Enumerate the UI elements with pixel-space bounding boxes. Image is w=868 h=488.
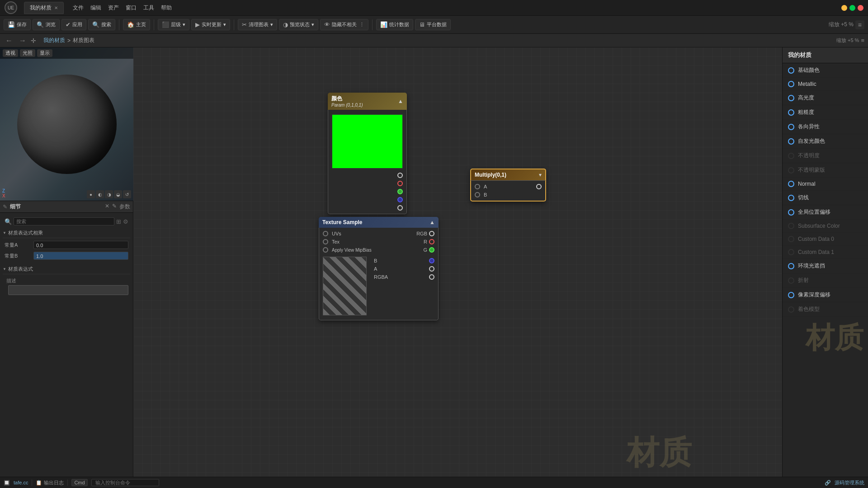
texture-pin-in-mip[interactable] xyxy=(323,247,328,253)
right-panel-toggle[interactable]: ≡ xyxy=(855,20,864,29)
prop-anisotropy[interactable]: 各向异性 xyxy=(783,120,868,134)
log-button[interactable]: 输出日志 xyxy=(44,479,64,486)
prop-normal[interactable]: Normal xyxy=(783,178,868,191)
vp-ctrl-2[interactable]: ◐ xyxy=(96,190,104,198)
multiply-node[interactable]: Multiply(0,1) ▾ A B xyxy=(470,169,546,202)
viewport-mode-lighting[interactable]: 光照 xyxy=(20,49,35,57)
prop-custom1[interactable]: Custom Data 1 xyxy=(783,246,868,259)
color-node[interactable]: 颜色 Param (0,1,0,1) ▲ xyxy=(328,93,407,214)
console-input[interactable] xyxy=(91,479,159,486)
texture-pin-out-g[interactable] xyxy=(429,247,434,253)
prop-custom0[interactable]: Custom Data 0 xyxy=(783,233,868,246)
cleangraph-button[interactable]: ✂ 清理图表 ▾ xyxy=(238,19,277,30)
nav-forward-button[interactable]: → xyxy=(17,37,28,45)
prop-opacity[interactable]: 不透明度 xyxy=(783,149,868,163)
breadcrumb-home[interactable]: 我的材质 xyxy=(43,37,65,44)
details-search-input[interactable] xyxy=(14,217,114,225)
previewstate-button[interactable]: ◑ 预览状态 ▾ xyxy=(279,19,318,30)
platform-button[interactable]: 🖥 平台数据 xyxy=(415,19,451,30)
prop-tangent[interactable]: 切线 xyxy=(783,191,868,205)
vp-ctrl-5[interactable]: ↺ xyxy=(123,190,131,198)
texture-pin-out-rgba[interactable] xyxy=(429,274,434,280)
search-button[interactable]: 🔍 搜索 xyxy=(88,19,115,30)
section-label: 材质表达式相乘 xyxy=(8,230,43,236)
menu-edit[interactable]: 编辑 xyxy=(90,4,101,12)
viewport-mode-perspective[interactable]: 透视 xyxy=(3,49,18,57)
menu-asset[interactable]: 资产 xyxy=(108,4,119,12)
constant-a-slider[interactable]: 0.0 xyxy=(33,241,128,249)
maximize-button[interactable] xyxy=(849,5,855,11)
apply-button[interactable]: ✔ 应用 xyxy=(61,19,86,30)
hideirrelevant-button[interactable]: 👁 隐藏不相关 ⋮ xyxy=(320,19,368,30)
multiply-pin-in-a[interactable] xyxy=(475,184,480,189)
minimize-button[interactable] xyxy=(841,5,847,11)
prop-pixel-depth[interactable]: 像素深度偏移 xyxy=(783,288,868,302)
details-gear-icon[interactable]: ⚙ xyxy=(123,218,128,225)
material-graph-canvas[interactable]: 颜色 Param (0,1,0,1) ▲ xyxy=(133,47,782,488)
material-expression-header[interactable]: ▼ 材质表达式相乘 xyxy=(3,228,130,238)
prop-world-offset[interactable]: 全局位置偏移 xyxy=(783,205,868,220)
prop-specular[interactable]: 高光度 xyxy=(783,91,868,105)
cmd-dropdown[interactable]: Cmd xyxy=(71,479,87,486)
color-pin-row-1 xyxy=(328,179,406,188)
material-tab[interactable]: 我的材质 ✕ xyxy=(24,2,64,14)
search-label: 搜索 xyxy=(101,21,111,28)
prop-opacity-mask[interactable]: 不透明蒙版 xyxy=(783,163,868,178)
vp-ctrl-3[interactable]: ◑ xyxy=(105,190,113,198)
texture-pin-in-tex[interactable] xyxy=(323,239,328,244)
viewport-controls: ● ◐ ◑ ◒ ↺ xyxy=(87,190,131,198)
prop-ao[interactable]: 环境光遮挡 xyxy=(783,259,868,273)
layer-button[interactable]: ⬛ 层级 ▾ xyxy=(158,19,189,30)
texture-node-collapse-button[interactable]: ▲ xyxy=(429,219,435,225)
multiply-pin-in-b[interactable] xyxy=(475,192,480,197)
texture-pin-out-b[interactable] xyxy=(429,258,434,263)
menu-help[interactable]: 帮助 xyxy=(161,4,172,12)
close-button[interactable] xyxy=(858,5,863,11)
color-pin-out-4[interactable] xyxy=(397,205,403,211)
viewport-mode-show[interactable]: 显示 xyxy=(37,49,52,57)
multiply-pin-out-a[interactable] xyxy=(536,184,542,189)
vp-ctrl-1[interactable]: ● xyxy=(87,190,95,198)
color-pin-out-1[interactable] xyxy=(397,181,403,186)
home-button[interactable]: 🏠 主页 xyxy=(123,19,150,30)
prop-base-color[interactable]: 基础颜色 xyxy=(783,63,868,78)
texture-pin-in-uvs[interactable] xyxy=(323,231,328,236)
vp-ctrl-4[interactable]: ◒ xyxy=(114,190,122,198)
texture-pin-tex: Tex R xyxy=(319,238,438,246)
realtime-button[interactable]: ▶ 实时更新 ▾ xyxy=(191,19,230,30)
view-mode-button[interactable]: ✛ xyxy=(31,37,36,44)
save-label: 保存 xyxy=(17,21,27,28)
color-node-collapse-button[interactable]: ▲ xyxy=(398,98,403,104)
color-pin-out-3[interactable] xyxy=(397,197,403,202)
texture-pin-out-rgb[interactable] xyxy=(429,231,434,236)
close-details-button[interactable]: ✕ xyxy=(105,203,109,211)
menu-window[interactable]: 窗口 xyxy=(126,4,137,12)
multiply-node-collapse-button[interactable]: ▾ xyxy=(539,172,542,178)
source-manager-link[interactable]: 源码管理系统 xyxy=(835,479,864,486)
prop-roughness[interactable]: 粗糙度 xyxy=(783,105,868,120)
material-type-label: 材质表达式 xyxy=(8,266,33,272)
search-icon: 🔍 xyxy=(92,21,99,28)
prop-emissive[interactable]: 自发光颜色 xyxy=(783,134,868,149)
color-pin-out-2[interactable] xyxy=(397,189,403,194)
prop-metallic[interactable]: Metallic xyxy=(783,78,868,91)
tab-close-button[interactable]: ✕ xyxy=(54,5,58,10)
browse-button[interactable]: 🔍 浏览 xyxy=(33,19,60,30)
stats-button[interactable]: 📊 统计数据 xyxy=(376,19,413,30)
menu-tools[interactable]: 工具 xyxy=(143,4,154,12)
color-pin-out-0[interactable] xyxy=(397,173,403,178)
details-grid-icon[interactable]: ⊞ xyxy=(116,218,121,225)
menu-file[interactable]: 文件 xyxy=(73,4,84,12)
prop-shading-model[interactable]: 着色模型 xyxy=(783,302,868,317)
texture-pin-out-r[interactable] xyxy=(429,239,434,244)
texture-pin-out-a[interactable] xyxy=(429,266,434,272)
nav-back-button[interactable]: ← xyxy=(4,37,14,45)
prop-refraction[interactable]: 折射 xyxy=(783,273,868,288)
desc-color-box[interactable] xyxy=(8,285,128,295)
material-type-header[interactable]: ▼ 材质表达式 xyxy=(3,264,130,274)
prop-subsurface[interactable]: Subsurface Color xyxy=(783,220,868,233)
sidebar-toggle[interactable]: ≡ xyxy=(861,37,864,44)
save-button[interactable]: 💾 保存 xyxy=(4,19,31,30)
constant-b-slider[interactable]: 1.0 xyxy=(33,252,128,260)
texture-sample-node[interactable]: Texture Sample ▲ UVs RGB Tex R xyxy=(319,217,439,320)
